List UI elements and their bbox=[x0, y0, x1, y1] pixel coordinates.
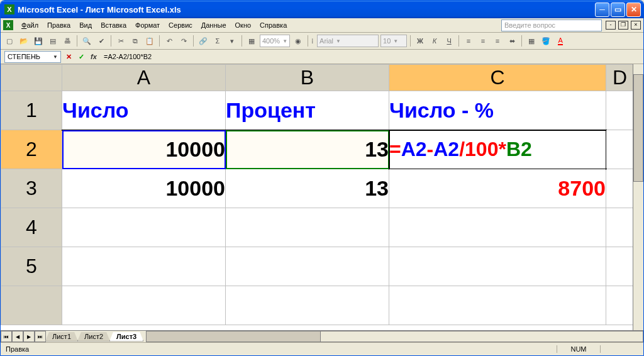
bold-icon[interactable]: Ж bbox=[414, 35, 426, 47]
fx-icon[interactable]: fx bbox=[89, 52, 99, 62]
align-right-icon[interactable]: ≡ bbox=[491, 35, 504, 47]
autosum-icon[interactable]: Σ bbox=[211, 35, 224, 47]
menu-insert[interactable]: Вставка bbox=[96, 20, 131, 30]
cell-b3[interactable]: 13 bbox=[226, 169, 389, 208]
align-left-icon[interactable]: ≡ bbox=[462, 35, 475, 47]
spreadsheet-grid: A B C D 1 Число Процент Число - % 2 1000… bbox=[1, 64, 643, 342]
menu-data[interactable]: Данные bbox=[197, 20, 231, 30]
app-window: Microsoft Excel - Лист Microsoft Excel.x… bbox=[0, 0, 644, 356]
zoom-dropdown[interactable]: 400%▼ bbox=[260, 35, 290, 47]
row-header-2[interactable]: 2 bbox=[1, 130, 62, 169]
font-color-icon[interactable]: A bbox=[554, 35, 567, 47]
redo-icon[interactable]: ↷ bbox=[177, 35, 190, 47]
menu-format[interactable]: Формат bbox=[131, 20, 164, 30]
maximize-button[interactable]: ▭ bbox=[611, 3, 625, 17]
paste-icon[interactable]: 📋 bbox=[143, 35, 156, 47]
col-header-a[interactable]: A bbox=[62, 65, 226, 91]
preview-icon[interactable]: 🔍 bbox=[80, 35, 93, 47]
menu-file[interactable]: Файл bbox=[17, 20, 43, 30]
new-icon[interactable]: ▢ bbox=[3, 35, 16, 47]
name-box[interactable]: СТЕПЕНЬ▼ bbox=[4, 51, 61, 63]
formula-input[interactable] bbox=[101, 52, 640, 62]
permission-icon[interactable]: ▤ bbox=[47, 35, 59, 47]
separator bbox=[458, 35, 459, 47]
row-header-3[interactable]: 3 bbox=[1, 169, 62, 208]
col-header-b[interactable]: B bbox=[226, 65, 389, 91]
standard-toolbar: ▢ 📂 💾 ▤ 🖶 🔍 ✔ ✂ ⧉ 📋 ↶ ↷ 🔗 Σ ▾ ▦ 400%▼ ◉ … bbox=[1, 33, 643, 50]
col-header-c[interactable]: C bbox=[389, 65, 606, 91]
menu-help[interactable]: Справка bbox=[255, 20, 291, 30]
horizontal-scrollbar[interactable] bbox=[146, 331, 643, 342]
cell-b2[interactable]: 13 bbox=[226, 130, 389, 169]
cell-b1[interactable]: Процент bbox=[226, 91, 389, 130]
row-header-4[interactable]: 4 bbox=[1, 208, 62, 247]
select-all-corner[interactable] bbox=[1, 65, 62, 91]
sort-icon[interactable]: ▾ bbox=[226, 35, 238, 47]
undo-icon[interactable]: ↶ bbox=[163, 35, 175, 47]
cancel-icon[interactable]: ✕ bbox=[64, 52, 74, 62]
font-size-dropdown[interactable]: 10▼ bbox=[380, 35, 407, 47]
fill-color-icon[interactable]: 🪣 bbox=[540, 35, 552, 47]
enter-icon[interactable]: ✓ bbox=[76, 52, 86, 62]
minimize-button[interactable]: ─ bbox=[595, 3, 609, 17]
cell-a4[interactable] bbox=[62, 208, 226, 247]
separator bbox=[111, 35, 111, 47]
cell-c3[interactable]: 8700 bbox=[389, 169, 606, 208]
cut-icon[interactable]: ✂ bbox=[114, 35, 127, 47]
help-icon[interactable]: ◉ bbox=[292, 35, 304, 47]
menu-tools[interactable]: Сервис bbox=[164, 20, 197, 30]
cell-c1[interactable]: Число - % bbox=[389, 91, 606, 130]
tab-nav-next[interactable]: ▶ bbox=[23, 331, 35, 342]
status-num: NUM bbox=[557, 345, 601, 353]
close-button[interactable]: ✕ bbox=[626, 3, 641, 17]
sheet-tab-1[interactable]: Лист1 bbox=[45, 332, 78, 342]
chart-icon[interactable]: ▦ bbox=[245, 35, 258, 47]
font-dropdown[interactable]: Arial▼ bbox=[317, 35, 379, 47]
tab-nav-first[interactable]: ⏮ bbox=[1, 331, 12, 342]
tab-nav-prev[interactable]: ◀ bbox=[12, 331, 23, 342]
row-header-5[interactable]: 5 bbox=[1, 247, 62, 286]
separator bbox=[193, 35, 194, 47]
cell-c4[interactable] bbox=[389, 208, 606, 247]
cell-a3[interactable]: 10000 bbox=[62, 169, 226, 208]
mdi-restore[interactable]: ❐ bbox=[618, 21, 628, 30]
spelling-icon[interactable]: ✔ bbox=[95, 35, 108, 47]
borders-icon[interactable]: ▦ bbox=[525, 35, 538, 47]
menubar: Файл Правка Вид Вставка Формат Сервис Да… bbox=[1, 18, 643, 33]
sheet-tab-3[interactable]: Лист3 bbox=[109, 332, 143, 342]
cell-b4[interactable] bbox=[226, 208, 389, 247]
italic-icon[interactable]: К bbox=[428, 35, 441, 47]
excel-doc-icon[interactable] bbox=[3, 20, 13, 30]
menu-edit[interactable]: Правка bbox=[43, 20, 75, 30]
formula-bar: СТЕПЕНЬ▼ ✕ ✓ fx bbox=[1, 50, 643, 64]
mdi-close[interactable]: × bbox=[631, 21, 641, 30]
underline-icon[interactable]: Ч bbox=[443, 35, 455, 47]
cell-c5[interactable] bbox=[389, 247, 606, 286]
row-header-6[interactable] bbox=[1, 286, 62, 325]
ask-question-box[interactable]: Введите вопрос bbox=[501, 19, 602, 31]
row-header-1[interactable]: 1 bbox=[1, 91, 62, 130]
menu-window[interactable]: Окно bbox=[231, 20, 256, 30]
open-icon[interactable]: 📂 bbox=[18, 35, 30, 47]
cell-a1[interactable]: Число bbox=[62, 91, 226, 130]
menu-view[interactable]: Вид bbox=[75, 20, 96, 30]
copy-icon[interactable]: ⧉ bbox=[129, 35, 142, 47]
separator bbox=[308, 35, 308, 47]
mdi-minimize[interactable]: - bbox=[606, 21, 616, 30]
tab-nav-last[interactable]: ⏭ bbox=[35, 331, 46, 342]
cell-c2-active[interactable]: =A2-A2/100*B2 bbox=[389, 130, 606, 169]
cell-a2[interactable]: 10000 bbox=[62, 130, 226, 169]
print-icon[interactable]: 🖶 bbox=[61, 35, 74, 47]
save-icon[interactable]: 💾 bbox=[32, 35, 45, 47]
merge-icon[interactable]: ⬌ bbox=[506, 35, 518, 47]
hyperlink-icon[interactable]: 🔗 bbox=[197, 35, 209, 47]
separator bbox=[410, 35, 411, 47]
grid-table: A B C D 1 Число Процент Число - % 2 1000… bbox=[1, 64, 643, 325]
cell-a5[interactable] bbox=[62, 247, 226, 286]
separator bbox=[159, 35, 160, 47]
excel-icon bbox=[4, 4, 14, 14]
align-center-icon[interactable]: ≡ bbox=[477, 35, 489, 47]
vertical-scrollbar[interactable] bbox=[633, 64, 643, 330]
sheet-tab-2[interactable]: Лист2 bbox=[77, 332, 110, 342]
cell-b5[interactable] bbox=[226, 247, 389, 286]
